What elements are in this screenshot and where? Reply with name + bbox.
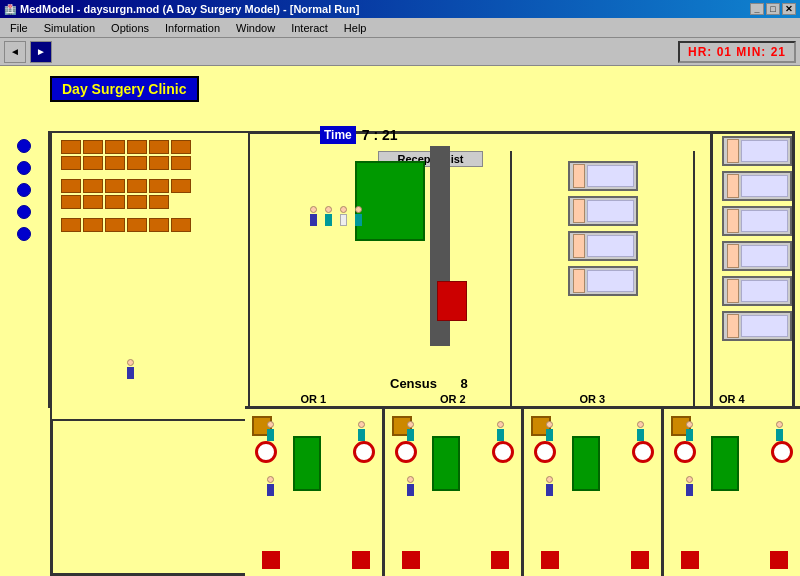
or-staff-6	[407, 476, 414, 496]
bed-2	[722, 171, 792, 201]
figure-head	[546, 476, 553, 483]
figure-head	[355, 206, 362, 213]
maximize-button[interactable]: □	[766, 3, 780, 15]
or-indicator-5	[541, 551, 559, 569]
menu-file[interactable]: File	[2, 20, 36, 36]
menu-information[interactable]: Information	[157, 20, 228, 36]
clinic-title: Day Surgery Clinic	[50, 76, 199, 102]
title-bar: 🏥 MedModel - daysurgn.mod (A Day Surgery…	[0, 0, 800, 18]
figure-head	[267, 421, 274, 428]
or-staff-3	[267, 476, 274, 496]
or-2-label: OR 2	[385, 393, 522, 405]
or-4-inner	[666, 411, 799, 574]
seat	[127, 179, 147, 193]
seat	[127, 195, 147, 209]
figure-body	[546, 484, 553, 496]
room-indicator-1	[17, 139, 31, 153]
bed-pillow	[727, 314, 739, 338]
seat	[83, 218, 103, 232]
figure-head	[686, 476, 693, 483]
or-table-1	[293, 436, 321, 491]
or-4-label: OR 4	[664, 393, 801, 405]
person-figure-1	[310, 206, 317, 226]
seat	[171, 218, 191, 232]
seat	[105, 218, 125, 232]
bed-5	[722, 276, 792, 306]
seat	[171, 156, 191, 170]
bed-pillow	[727, 279, 739, 303]
menu-simulation[interactable]: Simulation	[36, 20, 103, 36]
bed-1	[722, 136, 792, 166]
mid-bed-3	[568, 231, 638, 261]
or-table-2	[432, 436, 460, 491]
bed-pillow	[573, 164, 585, 188]
figure-body	[407, 429, 414, 441]
close-button[interactable]: ✕	[782, 3, 796, 15]
seat	[127, 218, 147, 232]
mid-bed-1	[568, 161, 638, 191]
minimize-button[interactable]: _	[750, 3, 764, 15]
or-staff-12	[686, 476, 693, 496]
figure-body	[358, 429, 365, 441]
seat	[105, 195, 125, 209]
seat	[83, 140, 103, 154]
forward-button[interactable]: ►	[30, 41, 52, 63]
bed-pillow	[727, 209, 739, 233]
bed-sheet	[741, 245, 788, 267]
seat	[61, 195, 81, 209]
bed-sheet	[741, 210, 788, 232]
figure-head	[686, 421, 693, 428]
or-3-inner	[526, 411, 659, 574]
back-button[interactable]: ◄	[4, 41, 26, 63]
figure-body	[546, 429, 553, 441]
figure-head	[340, 206, 347, 213]
census-label: Census	[390, 376, 437, 391]
figure-body	[340, 214, 347, 226]
room-indicator-4	[17, 205, 31, 219]
or-staff-7	[546, 421, 553, 441]
figure-head	[325, 206, 332, 213]
figure-body	[686, 429, 693, 441]
figure-head	[407, 476, 414, 483]
middle-beds-area	[510, 151, 695, 431]
seat	[149, 156, 169, 170]
seat	[149, 140, 169, 154]
seat	[149, 179, 169, 193]
or-indicator-1	[262, 551, 280, 569]
receptionist-desk	[355, 161, 425, 241]
figure-body	[355, 214, 362, 226]
seat	[127, 140, 147, 154]
seat	[83, 179, 103, 193]
or-staff-4	[407, 421, 414, 441]
or-indicator-8	[770, 551, 788, 569]
figure-head	[637, 421, 644, 428]
figure-head	[127, 359, 134, 366]
or-1-inner	[247, 411, 380, 574]
or-1-label: OR 1	[245, 393, 382, 405]
seat	[61, 140, 81, 154]
target-4b	[771, 441, 793, 463]
bed-pillow	[727, 244, 739, 268]
figure-body	[776, 429, 783, 441]
figure-head	[267, 476, 274, 483]
target-3a	[534, 441, 556, 463]
or-indicator-6	[631, 551, 649, 569]
menu-help[interactable]: Help	[336, 20, 375, 36]
person-figure-4	[355, 206, 362, 226]
figure-body	[497, 429, 504, 441]
figure-body	[127, 367, 134, 379]
figure-head	[776, 421, 783, 428]
seat	[171, 179, 191, 193]
bed-sheet	[587, 165, 634, 187]
bed-sheet	[587, 200, 634, 222]
bed-sheet	[587, 270, 634, 292]
simulation-area: Day Surgery Clinic Time 7 : 21	[0, 66, 800, 576]
figure-body	[267, 429, 274, 441]
menu-options[interactable]: Options	[103, 20, 157, 36]
or-staff-2	[358, 421, 365, 441]
seat	[61, 156, 81, 170]
bed-pillow	[573, 234, 585, 258]
title-bar-controls: _ □ ✕	[750, 3, 796, 15]
menu-window[interactable]: Window	[228, 20, 283, 36]
menu-interact[interactable]: Interact	[283, 20, 336, 36]
